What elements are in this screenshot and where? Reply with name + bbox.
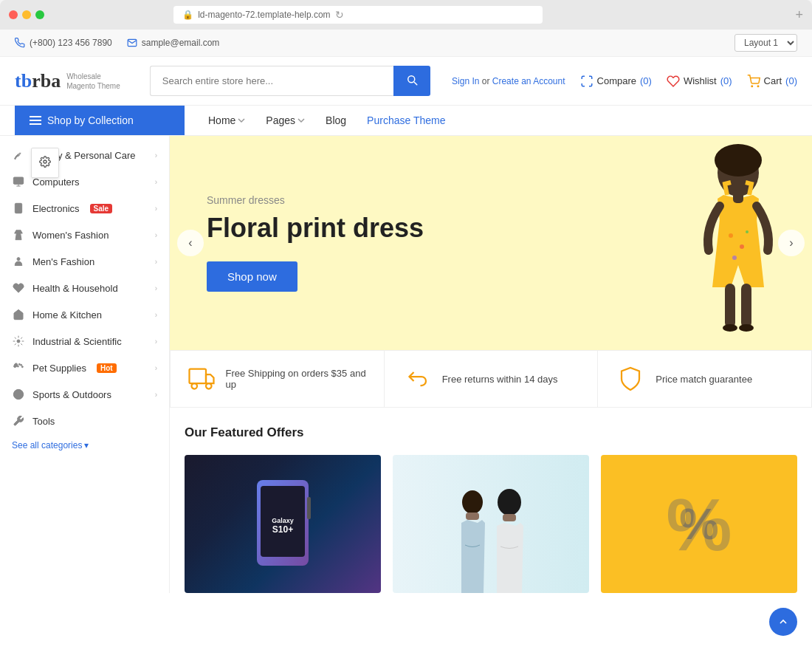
feature-shipping-text: Free Shipping on orders $35 and up — [226, 368, 366, 390]
sign-in-link[interactable]: Sign In — [452, 76, 479, 86]
sidebar-item-womens-fashion[interactable]: Women's Fashion › — [0, 222, 169, 248]
svg-rect-3 — [13, 177, 23, 184]
svg-point-12 — [18, 363, 20, 365]
svg-point-1 — [757, 86, 759, 87]
offer-image-galaxy: Galaxy S10+ — [185, 455, 381, 593]
svg-point-19 — [732, 256, 737, 260]
nav-purchase-theme[interactable]: Purchase Theme — [358, 106, 454, 135]
hamburger-icon — [30, 116, 41, 125]
svg-point-36 — [498, 489, 521, 515]
shop-now-button[interactable]: Shop now — [207, 261, 297, 292]
svg-rect-21 — [725, 284, 735, 328]
top-bar-left: (+800) 123 456 7890 sample@email.com — [15, 38, 219, 48]
wishlist-count: (0) — [720, 75, 732, 86]
hero-content: Summer dresses Floral print dress Shop n… — [170, 165, 461, 321]
compare-button[interactable]: Compare (0) — [580, 75, 652, 88]
feature-returns: Free returns within 14 days — [385, 351, 599, 407]
hero-next-button[interactable]: › — [778, 230, 805, 256]
sidebar-item-beauty[interactable]: Beauty & Personal Care › — [0, 142, 169, 168]
logo[interactable]: tbrba Wholesale Magento Theme — [15, 70, 120, 92]
wishlist-icon — [667, 75, 680, 88]
svg-point-18 — [740, 244, 744, 249]
layout-select[interactable]: Layout 1 Layout 2 — [734, 34, 797, 52]
home-icon — [12, 308, 25, 321]
traffic-lights — [9, 10, 44, 19]
minimize-button[interactable] — [22, 10, 31, 19]
wishlist-button[interactable]: Wishlist (0) — [667, 75, 732, 88]
chevron-right-icon: › — [155, 284, 157, 292]
see-all-categories-link[interactable]: See all categories ▾ — [0, 434, 169, 456]
sidebar-item-tools[interactable]: Tools — [0, 408, 169, 434]
dress-icon — [12, 228, 25, 241]
scroll-to-top-button[interactable] — [769, 608, 797, 636]
sidebar-item-computers[interactable]: Computers › — [0, 168, 169, 195]
fashion-figures-icon — [439, 486, 543, 593]
close-button[interactable] — [9, 10, 18, 19]
nav-pages[interactable]: Pages — [257, 106, 314, 135]
nav-home[interactable]: Home — [199, 106, 254, 135]
offer-image-sale: % % — [601, 455, 797, 593]
sidebar-item-industrial[interactable]: Industrial & Scientific › — [0, 328, 169, 354]
browser-chrome: 🔒 ld-magento-72.template-help.com ↻ + — [0, 0, 812, 30]
hero-title: Floral print dress — [207, 212, 424, 244]
phone-item: (+800) 123 456 7890 — [15, 38, 112, 48]
truck-icon — [188, 364, 216, 394]
email-address: sample@email.com — [142, 38, 220, 48]
svg-point-13 — [17, 366, 18, 367]
refresh-button[interactable]: ↻ — [335, 9, 344, 21]
sidebar: Beauty & Personal Care › Computers › — [0, 136, 170, 593]
hot-badge: Hot — [97, 363, 117, 373]
sidebar-item-label: Men's Fashion — [32, 256, 94, 267]
svg-text:S10+: S10+ — [272, 524, 293, 535]
url-text: ld-magento-72.template-help.com — [198, 10, 330, 20]
search-input[interactable] — [150, 66, 393, 96]
health-icon — [12, 281, 25, 295]
sidebar-item-electronics[interactable]: Electronics Sale › — [0, 195, 169, 222]
feature-price-text: Price match guarantee — [656, 374, 752, 385]
hero-banner: ‹ Summer dresses Floral print dress Shop… — [170, 136, 812, 350]
svg-rect-35 — [466, 513, 479, 520]
chevron-down-icon — [297, 117, 305, 124]
features-strip: Free Shipping on orders $35 and up Free … — [170, 350, 812, 408]
sidebar-item-health[interactable]: Health & Household › — [0, 275, 169, 301]
right-column: ‹ Summer dresses Floral print dress Shop… — [170, 136, 812, 593]
sidebar-item-label: Industrial & Scientific — [32, 336, 122, 347]
svg-point-23 — [723, 324, 737, 332]
nav-blog[interactable]: Blog — [317, 106, 355, 135]
hero-prev-button[interactable]: ‹ — [177, 230, 204, 256]
sidebar-item-pet-supplies[interactable]: Pet Supplies Hot › — [0, 354, 169, 381]
new-tab-button[interactable]: + — [795, 7, 803, 23]
header-actions: Sign In or Create an Account Compare (0)… — [452, 75, 797, 88]
compare-icon — [580, 75, 593, 88]
shield-icon — [616, 364, 645, 394]
nav-links: Home Pages Blog Purchase Theme — [187, 106, 454, 135]
gear-icon — [39, 156, 51, 168]
cart-button[interactable]: Cart (0) — [747, 75, 797, 88]
create-account-link[interactable]: Create an Account — [492, 76, 565, 86]
shop-by-collection-button[interactable]: Shop by Collection — [15, 106, 185, 135]
page: (+800) 123 456 7890 sample@email.com Lay… — [0, 30, 812, 658]
pet-icon — [12, 361, 25, 374]
sidebar-item-home-kitchen[interactable]: Home & Kitchen › — [0, 301, 169, 328]
svg-rect-31 — [307, 497, 311, 519]
sidebar-item-label: Electronics — [32, 203, 80, 214]
offer-card-sale[interactable]: % % Shop Today's Deals — [601, 455, 797, 593]
svg-rect-26 — [190, 369, 207, 384]
offer-card-fashion[interactable]: Save 10% on Women's Dress — [393, 455, 589, 593]
shop-btn-label: Shop by Collection — [47, 114, 134, 126]
chevron-right-icon: › — [155, 178, 157, 186]
sidebar-item-mens-fashion[interactable]: Men's Fashion › — [0, 248, 169, 275]
top-bar-right: Layout 1 Layout 2 — [734, 34, 797, 52]
maximize-button[interactable] — [35, 10, 44, 19]
chevron-right-icon: › — [155, 258, 157, 266]
main-content: Beauty & Personal Care › Computers › — [0, 136, 812, 593]
leaf-icon — [12, 148, 25, 162]
address-bar[interactable]: 🔒 ld-magento-72.template-help.com ↻ — [173, 6, 543, 24]
settings-gear-button[interactable] — [31, 148, 59, 178]
search-button[interactable] — [393, 66, 430, 96]
hero-subtitle: Summer dresses — [207, 194, 424, 206]
offer-card-galaxy[interactable]: Galaxy S10+ Save $300 on Samsung — [185, 455, 381, 593]
svg-point-17 — [729, 233, 733, 238]
return-icon — [402, 364, 432, 394]
sidebar-item-sports[interactable]: Sports & Outdoors › — [0, 381, 169, 408]
